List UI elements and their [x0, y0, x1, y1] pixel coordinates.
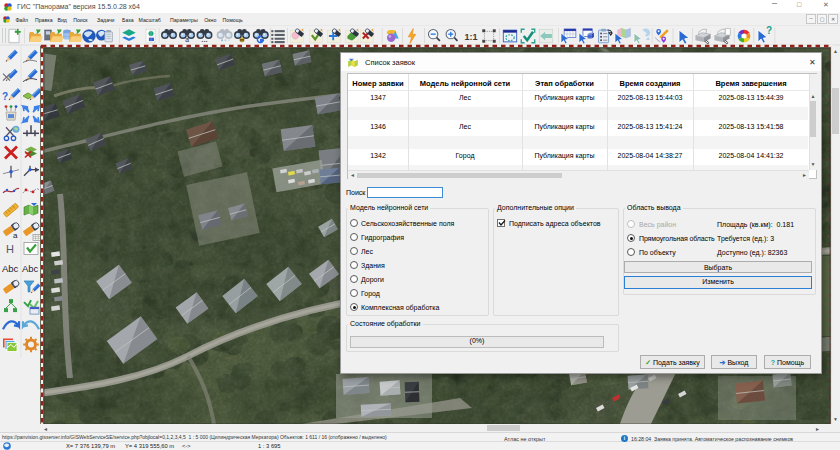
svg-text:1:1: 1:1 — [464, 32, 477, 42]
svg-text:H: H — [6, 243, 14, 255]
svg-text:a: a — [13, 231, 18, 240]
svg-text:Abc: Abc — [2, 263, 19, 274]
svg-text:Abc: Abc — [22, 263, 39, 274]
svg-text:?: ? — [766, 26, 772, 36]
svg-text:?: ? — [2, 91, 8, 102]
svg-text:a: a — [185, 36, 189, 43]
